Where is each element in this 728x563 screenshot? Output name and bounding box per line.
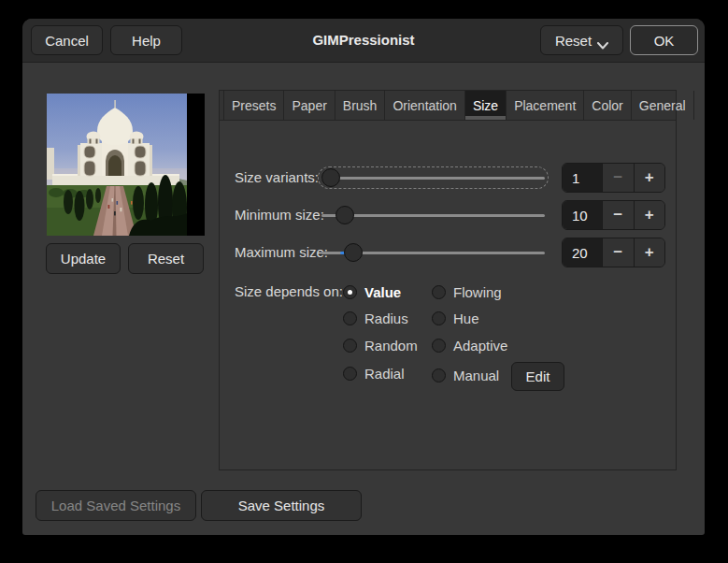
size-variants-value[interactable]: 1: [563, 164, 602, 192]
headerbar: Cancel Help GIMPressionist Reset OK: [22, 19, 705, 63]
chevron-down-icon: [597, 36, 608, 44]
size-depends-label: Size depends on:: [235, 277, 343, 307]
tab-color[interactable]: Color: [584, 91, 631, 120]
gimpressionist-dialog: Cancel Help GIMPressionist Reset OK: [22, 19, 705, 535]
reset-menu-button[interactable]: Reset: [540, 25, 623, 55]
slider-track[interactable]: [321, 177, 545, 180]
radio-manual[interactable]: Manual: [432, 366, 499, 384]
tab-presets[interactable]: Presets: [223, 91, 284, 120]
radio-label: Random: [364, 338, 418, 354]
preview-reset-button[interactable]: Reset: [128, 243, 204, 274]
maximum-size-spinbox: 20 − +: [562, 238, 665, 267]
tab-orientation[interactable]: Orientation: [385, 91, 464, 120]
size-variants-spinbox: 1 − +: [562, 163, 665, 193]
tab-size[interactable]: Size: [465, 91, 507, 120]
radio-random[interactable]: Random: [343, 336, 418, 354]
reset-menu-label: Reset: [555, 33, 592, 49]
load-saved-settings-button[interactable]: Load Saved Settings: [36, 490, 196, 521]
radio-radius[interactable]: Radius: [343, 309, 408, 327]
radio-icon: [432, 339, 446, 353]
size-variants-slider[interactable]: [320, 163, 547, 193]
radio-flowing[interactable]: Flowing: [432, 282, 502, 301]
size-variants-label: Size variants:: [235, 163, 319, 193]
radio-icon: [432, 368, 446, 383]
save-settings-button[interactable]: Save Settings: [201, 490, 362, 521]
radio-icon: [343, 311, 357, 325]
tab-bar: Presets Paper Brush Orientation Size Pla…: [220, 91, 676, 121]
preview-image[interactable]: [47, 94, 205, 236]
slider-handle[interactable]: [344, 243, 363, 262]
screen: Cancel Help GIMPressionist Reset OK: [0, 0, 728, 563]
tab-paper[interactable]: Paper: [284, 91, 335, 120]
plus-button[interactable]: +: [634, 238, 665, 267]
tab-general[interactable]: General: [632, 91, 694, 120]
minus-button[interactable]: −: [602, 201, 634, 229]
radio-label: Adaptive: [453, 338, 507, 354]
slider-track[interactable]: [321, 214, 545, 217]
radio-icon: [343, 285, 357, 299]
maximum-size-slider[interactable]: [320, 238, 547, 267]
tab-placement[interactable]: Placement: [507, 91, 584, 120]
minimum-size-label: Minimum size:: [235, 200, 324, 230]
maximum-size-label: Maximum size:: [235, 238, 328, 267]
radio-radial[interactable]: Radial: [343, 364, 405, 383]
plus-button[interactable]: +: [634, 201, 665, 229]
edit-button[interactable]: Edit: [511, 362, 564, 391]
radio-label: Flowing: [453, 284, 502, 300]
update-button[interactable]: Update: [46, 243, 121, 274]
taj-mahal-photo: [47, 94, 187, 236]
minus-button[interactable]: −: [602, 164, 634, 192]
minus-button[interactable]: −: [602, 238, 634, 267]
radio-icon: [343, 367, 357, 381]
radio-icon: [432, 311, 446, 325]
radio-icon: [432, 285, 446, 299]
settings-notebook: Presets Paper Brush Orientation Size Pla…: [219, 90, 677, 470]
size-tab-panel: Size variants: 1 − + Minimum size:: [220, 121, 676, 470]
minimum-size-value[interactable]: 10: [563, 201, 602, 229]
radio-label: Radial: [364, 366, 405, 382]
radio-label: Manual: [453, 368, 499, 383]
radio-label: Hue: [453, 310, 479, 326]
slider-handle[interactable]: [321, 168, 340, 187]
radio-icon: [343, 339, 357, 353]
radio-value[interactable]: Value: [343, 282, 401, 301]
tab-brush[interactable]: Brush: [335, 91, 386, 120]
minimum-size-spinbox: 10 − +: [562, 200, 665, 230]
slider-handle[interactable]: [335, 206, 354, 224]
radio-hue[interactable]: Hue: [432, 309, 479, 327]
radio-label: Value: [364, 284, 401, 300]
maximum-size-value[interactable]: 20: [563, 238, 602, 267]
minimum-size-slider[interactable]: [320, 200, 547, 230]
radio-adaptive[interactable]: Adaptive: [432, 336, 507, 354]
plus-button[interactable]: +: [634, 164, 665, 192]
radio-label: Radius: [364, 310, 408, 326]
ok-button[interactable]: OK: [630, 25, 698, 55]
